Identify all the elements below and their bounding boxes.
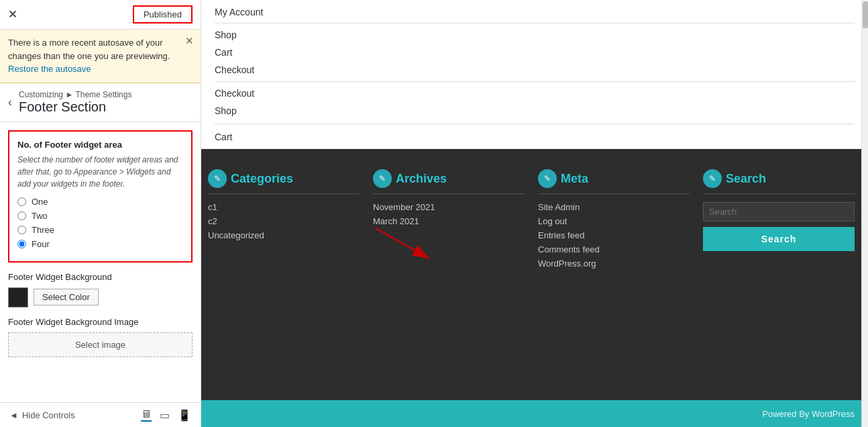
nav-links-group-1: Shop Cart Checkout [215,23,855,82]
autosave-text: There is a more recent autosave of your … [8,38,170,61]
radio-three-label: Three [32,225,54,235]
close-button[interactable]: ✕ [8,8,17,21]
hide-controls-label: Hide Controls [22,410,75,420]
tablet-icon-button[interactable]: ▭ [160,408,170,422]
nav-checkout-link[interactable]: Checkout [215,61,855,79]
right-panel: My Account Shop Cart Checkout Checkout S… [201,0,868,427]
radio-four[interactable] [17,240,26,248]
page-title: Footer Section [19,99,131,115]
nav-shop-link[interactable]: Shop [215,26,855,44]
nav-cart-link[interactable]: Cart [215,44,855,61]
search-widget-icon: ✎ [703,169,722,188]
list-item[interactable]: November 2021 [373,202,525,212]
breadcrumb-prefix: Customizing [19,90,63,99]
list-item[interactable]: c2 [208,216,360,226]
device-icons: 🖥 ▭ 📱 [141,408,191,422]
back-button[interactable]: ‹ [8,95,12,109]
published-button[interactable]: Published [133,5,193,23]
hide-controls-chevron-icon: ◄ [9,410,18,420]
footer-widget-area-title: No. of Footer widget area [17,140,183,150]
search-button[interactable]: Search [703,227,855,251]
bottom-controls: ◄ Hide Controls 🖥 ▭ 📱 [0,402,201,427]
archives-icon: ✎ [373,169,392,188]
meta-title: Meta [561,172,588,186]
footer-widget-area-desc: Select the number of footer widget areas… [17,154,183,190]
list-item[interactable]: WordPress.org [538,258,690,269]
breadcrumb-section: Theme Settings [75,90,131,99]
my-account-label: My Account [215,7,263,17]
archives-list: November 2021 March 2021 [373,202,525,226]
archives-widget-header: ✎ Archives [373,169,525,194]
radio-three[interactable] [17,226,26,234]
categories-widget: ✎ Categories c1 c2 Uncategorized [208,169,360,387]
meta-list: Site Admin Log out Entries feed Comments… [538,202,690,269]
radio-option-three[interactable]: Three [17,225,183,235]
left-panel: ✕ Published There is a more recent autos… [0,0,201,427]
my-account-row: My Account [215,0,855,23]
autosave-notice: There is a more recent autosave of your … [0,30,201,83]
color-picker-row: Select Color [8,287,193,307]
categories-title: Categories [231,172,293,186]
list-item[interactable]: Entries feed [538,230,690,240]
list-item[interactable]: Site Admin [538,202,690,212]
search-input[interactable] [703,202,855,222]
radio-one[interactable] [17,197,26,206]
list-item[interactable]: March 2021 [373,216,525,226]
list-item[interactable]: Comments feed [538,244,690,254]
meta-widget-header: ✎ Meta [538,169,690,194]
radio-two[interactable] [17,211,26,220]
categories-icon: ✎ [208,169,227,188]
dismiss-autosave-button[interactable]: ✕ [185,35,194,47]
nav-checkout2-link[interactable]: Checkout [215,85,855,102]
restore-autosave-link[interactable]: Restore the autosave [8,64,91,74]
search-widget-header: ✎ Search [703,169,855,194]
desktop-icon-button[interactable]: 🖥 [141,408,152,422]
color-swatch[interactable] [8,287,28,307]
select-image-button[interactable]: Select image [8,332,193,357]
meta-widget: ✎ Meta Site Admin Log out Entries feed C… [538,169,690,387]
categories-widget-header: ✎ Categories [208,169,360,194]
radio-option-two[interactable]: Two [17,211,183,221]
breadcrumb-separator: ► [65,90,75,99]
radio-option-four[interactable]: Four [17,239,183,249]
preview-nav-area: My Account Shop Cart Checkout Checkout S… [201,0,868,149]
nav-links-group-2: Checkout Shop Cart [215,82,855,148]
right-scrollbar-thumb [863,1,868,28]
footer-widget-background-section: Footer Widget Background Select Color [8,272,193,307]
powered-by-text: Powered By WordPress [762,409,855,419]
desktop-icon: 🖥 [141,408,152,420]
top-bar: ✕ Published [0,0,201,30]
select-color-button[interactable]: Select Color [34,289,99,305]
footer-widget-background-image-title: Footer Widget Background Image [8,317,193,327]
list-item[interactable]: Uncategorized [208,230,360,240]
nav-shop2-link[interactable]: Shop [215,102,855,120]
hide-controls-button[interactable]: ◄ Hide Controls [9,410,75,420]
mobile-icon-button[interactable]: 📱 [178,408,191,422]
radio-one-label: One [32,197,48,207]
footer-widget-background-image-section: Footer Widget Background Image Select im… [8,317,193,357]
tablet-icon: ▭ [160,410,170,421]
archives-title: Archives [396,172,447,186]
footer-bottom-bar: Powered By WordPress [201,400,868,427]
list-item[interactable]: c1 [208,202,360,212]
mobile-icon: 📱 [178,410,191,421]
radio-four-label: Four [32,239,50,249]
footer-widget-area-options: One Two Three Four [17,197,183,249]
breadcrumb: Customizing ► Theme Settings [19,90,131,99]
search-widget-title: Search [726,172,766,186]
nav-cart2-link[interactable]: Cart [215,128,855,146]
radio-two-label: Two [32,211,48,221]
right-scrollbar[interactable] [861,0,868,427]
nav-separator [215,124,855,124]
archives-widget: ✎ Archives November 2021 March 2021 [373,169,525,387]
categories-list: c1 c2 Uncategorized [208,202,360,240]
radio-option-one[interactable]: One [17,197,183,207]
search-widget: ✎ Search Search [703,169,855,387]
preview-footer: ✎ Categories c1 c2 Uncategorized ✎ Archi… [201,149,868,427]
meta-icon: ✎ [538,169,557,188]
footer-widgets: ✎ Categories c1 c2 Uncategorized ✎ Archi… [201,149,868,400]
footer-widget-area-section: No. of Footer widget area Select the num… [8,130,193,263]
list-item[interactable]: Log out [538,216,690,226]
footer-widget-background-title: Footer Widget Background [8,272,193,282]
breadcrumb-area: ‹ Customizing ► Theme Settings Footer Se… [0,83,201,122]
